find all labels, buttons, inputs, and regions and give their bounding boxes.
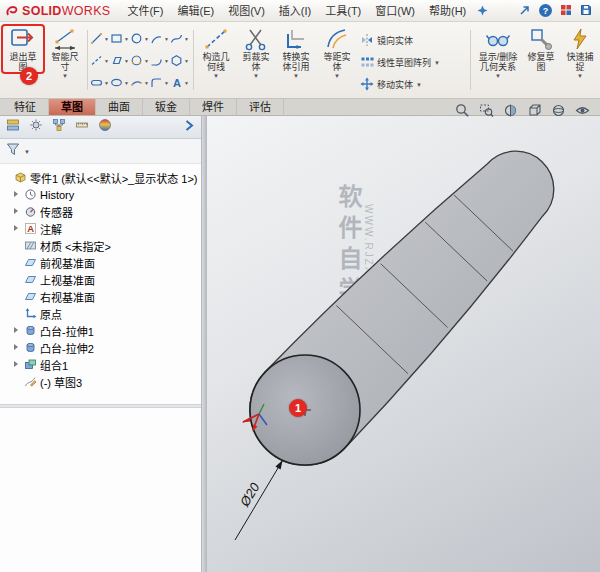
tree-item-history[interactable]: History [0, 186, 201, 203]
menu-tools[interactable]: 工具(T) [318, 0, 368, 22]
dropdown-caret-icon[interactable]: ▼ [293, 73, 299, 79]
panel-splitter-bar[interactable] [0, 404, 201, 408]
ellipse-tool-icon[interactable]: ▼ [110, 76, 130, 89]
tab-sketch[interactable]: 草图 [49, 99, 96, 115]
section-view-icon[interactable] [503, 103, 518, 122]
dropdown-caret-icon[interactable]: ▼ [104, 58, 109, 64]
dropdown-caret-icon[interactable]: ▼ [62, 73, 68, 79]
dropdown-caret-icon[interactable]: ▼ [104, 36, 109, 42]
dropdown-caret-icon[interactable]: ▼ [144, 80, 149, 86]
save-icon[interactable] [580, 4, 592, 18]
diameter-dimension[interactable]: Ø20 [235, 460, 283, 540]
graphics-area[interactable]: 软件自学网 WWW.RJZXW.COM 软件自学网 WWW.RJZXW.COM [207, 116, 600, 572]
hide-show-items-icon[interactable] [575, 103, 590, 122]
tree-item-top-plane[interactable]: 上视基准面 [0, 271, 201, 288]
offset-entities-button[interactable]: 等距实体 ▼ [318, 26, 356, 97]
tree-item-front-plane[interactable]: 前视基准面 [0, 254, 201, 271]
convert-entities-button[interactable]: 转换实体引用 ▼ [276, 26, 316, 97]
expand-arrow-icon[interactable] [13, 225, 21, 233]
dropdown-caret-icon[interactable]: ▼ [24, 149, 30, 155]
dropdown-caret-icon[interactable]: ▼ [164, 80, 169, 86]
move-entities-button[interactable]: 移动实体 ▼ [360, 74, 422, 94]
display-style-icon[interactable] [551, 103, 566, 122]
tree-item-combine1[interactable]: 组合1 [0, 356, 201, 373]
propertymanager-tab-icon[interactable] [29, 118, 43, 136]
tab-features[interactable]: 特征 [2, 99, 49, 115]
tree-item-annotations[interactable]: A 注解 [0, 220, 201, 237]
centerline-tool-icon[interactable]: ▼ [90, 54, 110, 67]
tree-item-part-root[interactable]: 零件1 (默认<<默认>_显示状态 1>) [0, 169, 201, 186]
sketch-text-tool-icon[interactable]: A▼ [170, 76, 190, 89]
displaymanager-tab-icon[interactable] [98, 118, 112, 136]
menu-pin-icon[interactable] [477, 5, 488, 16]
parallelogram-tool-icon[interactable]: ▼ [110, 54, 130, 67]
3d-model-canvas[interactable]: Ø20 [207, 116, 600, 572]
expand-arrow-icon[interactable] [13, 191, 21, 199]
dropdown-caret-icon[interactable]: ▼ [434, 60, 440, 66]
menu-window[interactable]: 窗口(W) [368, 0, 422, 22]
menu-file[interactable]: 文件(F) [120, 0, 170, 22]
dropdown-caret-icon[interactable]: ▼ [164, 36, 169, 42]
tab-weldments[interactable]: 焊件 [190, 99, 237, 115]
flyout-chevron-icon[interactable] [183, 118, 195, 136]
linear-sketch-pattern-button[interactable]: 线性草图阵列 ▼ [360, 52, 440, 72]
tree-item-origin[interactable]: 原点 [0, 305, 201, 322]
tangent-arc-tool-icon[interactable]: ▼ [150, 54, 170, 67]
expand-arrow-icon[interactable] [13, 361, 21, 369]
mirror-entities-button[interactable]: 镜向实体 [360, 30, 413, 50]
display-delete-relations-button[interactable]: 显示/删除几何关系 ▼ [475, 26, 521, 97]
perimeter-circle-tool-icon[interactable]: ▼ [130, 54, 150, 67]
menu-insert[interactable]: 插入(I) [272, 0, 318, 22]
dropdown-caret-icon[interactable]: ▼ [124, 36, 129, 42]
view-orientation-icon[interactable] [527, 103, 542, 122]
menu-help[interactable]: 帮助(H) [422, 0, 473, 22]
tree-item-sensors[interactable]: 传感器 [0, 203, 201, 220]
tree-item-material[interactable]: 材质 <未指定> [0, 237, 201, 254]
zoom-fit-icon[interactable] [455, 103, 470, 122]
dropdown-caret-icon[interactable]: ▼ [184, 58, 189, 64]
dropdown-caret-icon[interactable]: ▼ [144, 36, 149, 42]
quick-snaps-button[interactable]: 快速捕捉 ▼ [561, 26, 599, 97]
dropdown-caret-icon[interactable]: ▼ [334, 73, 340, 79]
zoom-area-icon[interactable] [479, 103, 494, 122]
three-point-arc-tool-icon[interactable]: ▼ [130, 76, 150, 89]
smart-dimension-button[interactable]: 智能尺寸 ▼ [46, 26, 84, 97]
configurationmanager-tab-icon[interactable] [52, 118, 66, 136]
corner-rectangle-tool-icon[interactable]: ▼ [110, 32, 130, 45]
dropdown-caret-icon[interactable]: ▼ [184, 36, 189, 42]
tree-item-boss-extrude2[interactable]: 凸台-拉伸2 [0, 339, 201, 356]
featuremanager-tab-icon[interactable] [6, 118, 20, 136]
tree-item-right-plane[interactable]: 右视基准面 [0, 288, 201, 305]
sketch-fillet-tool-icon[interactable]: ▼ [150, 76, 170, 89]
dropdown-caret-icon[interactable]: ▼ [495, 73, 501, 79]
dropdown-caret-icon[interactable]: ▼ [416, 82, 422, 88]
menu-view[interactable]: 视图(V) [221, 0, 272, 22]
line-tool-icon[interactable]: ▼ [90, 32, 110, 45]
filter-funnel-icon[interactable] [6, 142, 20, 160]
dropdown-caret-icon[interactable]: ▼ [253, 73, 259, 79]
dropdown-caret-icon[interactable]: ▼ [124, 58, 129, 64]
dropdown-caret-icon[interactable]: ▼ [213, 73, 219, 79]
help-icon[interactable]: ? [539, 4, 552, 17]
tab-evaluate[interactable]: 评估 [237, 99, 284, 115]
polygon-tool-icon[interactable]: ▼ [170, 54, 190, 67]
dimxpertmanager-tab-icon[interactable] [75, 118, 89, 136]
tab-surfaces[interactable]: 曲面 [96, 99, 143, 115]
circle-tool-icon[interactable]: ▼ [130, 32, 150, 45]
dropdown-caret-icon[interactable]: ▼ [124, 80, 129, 86]
construction-geometry-button[interactable]: 构造几何线 ▼ [196, 26, 236, 97]
arc-tool-icon[interactable]: ▼ [150, 32, 170, 45]
trim-entities-button[interactable]: 剪裁实体 ▼ [238, 26, 274, 97]
repair-sketch-button[interactable]: 修复草图 [523, 26, 559, 97]
spline-tool-icon[interactable]: ▼ [170, 32, 190, 45]
dropdown-caret-icon[interactable]: ▼ [144, 58, 149, 64]
dropdown-caret-icon[interactable]: ▼ [164, 58, 169, 64]
menu-edit[interactable]: 编辑(E) [170, 0, 221, 22]
dropdown-caret-icon[interactable]: ▼ [577, 73, 583, 79]
tree-item-sketch3[interactable]: (-) 草图3 [0, 373, 201, 390]
expand-arrow-icon[interactable] [13, 344, 21, 352]
dropdown-caret-icon[interactable]: ▼ [104, 80, 109, 86]
expand-arrow-icon[interactable] [13, 208, 21, 216]
slot-tool-icon[interactable]: ▼ [90, 76, 110, 89]
dropdown-caret-icon[interactable]: ▼ [184, 80, 189, 86]
